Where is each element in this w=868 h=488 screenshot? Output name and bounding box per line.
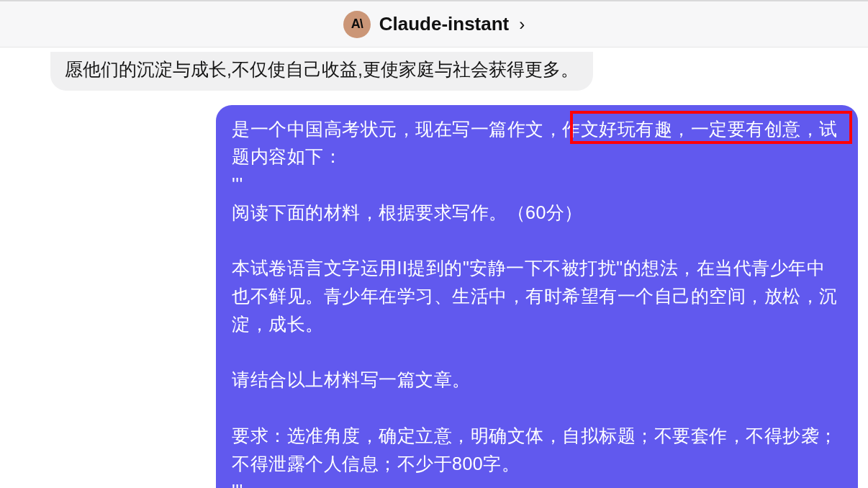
assistant-message-text: 愿他们的沉淀与成长,不仅使自己收益,更使家庭与社会获得更多。 <box>65 59 579 79</box>
chat-header[interactable]: A\ Claude-instant › <box>0 1 868 48</box>
model-avatar: A\ <box>343 11 371 38</box>
user-message-row: 是一个中国高考状元，现在写一篇作文，作文好玩有趣，一定要有创意，试题内容如下： … <box>0 98 868 489</box>
assistant-message-bubble: 愿他们的沉淀与成长,不仅使自己收益,更使家庭与社会获得更多。 <box>50 52 593 91</box>
model-title: Claude-instant <box>379 13 510 35</box>
chat-scroll-area[interactable]: 愿他们的沉淀与成长,不仅使自己收益,更使家庭与社会获得更多。 是一个中国高考状元… <box>0 48 868 488</box>
avatar-text: A\ <box>351 17 363 32</box>
assistant-message-row: 愿他们的沉淀与成长,不仅使自己收益,更使家庭与社会获得更多。 <box>0 52 868 98</box>
chevron-right-icon: › <box>519 14 525 35</box>
user-message-text: 是一个中国高考状元，现在写一篇作文，作文好玩有趣，一定要有创意，试题内容如下： … <box>232 119 838 489</box>
user-message-bubble: 是一个中国高考状元，现在写一篇作文，作文好玩有趣，一定要有创意，试题内容如下： … <box>216 105 858 489</box>
